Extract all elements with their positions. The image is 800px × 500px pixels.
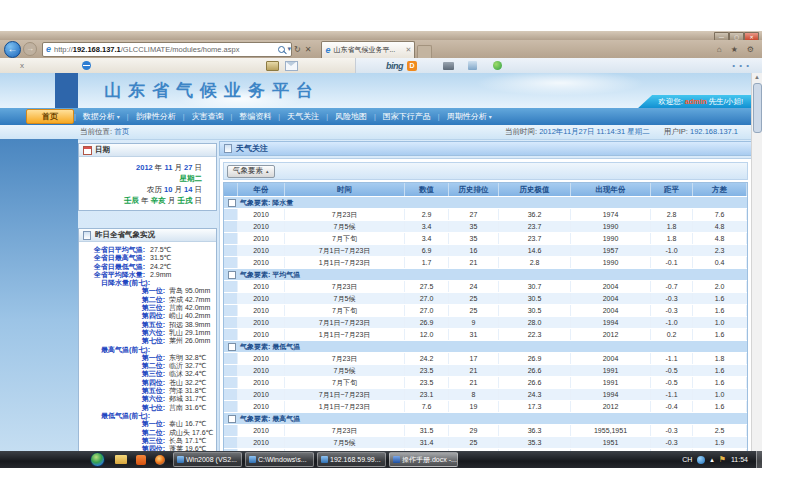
breadcrumb-row: 当前位置: 首页 当前时间: 2012年11月27日 11:14:31 星期二 … [0,125,752,140]
taskbar-window-button[interactable]: Win2008 (VS2... [173,452,242,467]
row-select-cell[interactable] [224,209,238,220]
browser-tab[interactable]: e 山东省气候业务平... ✕ [321,41,415,58]
nav-item-7[interactable]: 风险地图 [335,111,367,122]
blocked-icon[interactable] [82,61,91,70]
table-cell: 30.5 [499,305,571,316]
toolbar-app-icon[interactable]: D [407,61,417,71]
row-select-cell[interactable] [224,317,238,328]
row-select-cell[interactable] [224,365,238,376]
page-scrollbar[interactable]: ▲ [751,73,762,468]
table-cell: 1.8 [693,353,747,364]
row-select-cell[interactable] [224,401,238,412]
network-icon[interactable] [697,456,705,464]
row-select-cell[interactable] [224,389,238,400]
nav-item-2[interactable]: 数据分析▾ [83,111,120,122]
nav-item-6[interactable]: 天气关注 [287,111,319,122]
row-select-cell[interactable] [224,221,238,232]
search-dropdown-icon[interactable]: ▾ [287,45,291,53]
element-filter-button[interactable]: 气象要素 ▴ [227,165,275,178]
nav-item-9[interactable]: 周期性分析▾ [447,111,492,122]
back-button[interactable]: ← [4,41,21,58]
table-cell: 7月1日~7月23日 [285,317,405,328]
group-checkbox[interactable] [228,343,236,351]
tab-close-icon[interactable]: ✕ [406,46,412,54]
row-select-cell[interactable] [224,233,238,244]
window-titlebar[interactable] [0,31,762,40]
table-cell: 2.8 [651,209,693,220]
group-checkbox[interactable] [228,271,236,279]
row-select-cell[interactable] [224,425,238,436]
nav-item-4[interactable]: 灾害查询 [192,111,224,122]
toolbar-more-icon[interactable]: • • • [732,61,750,70]
group-checkbox[interactable] [228,199,236,207]
mail-icon[interactable] [285,61,298,71]
rank-label: 第七位: [79,337,165,345]
address-input[interactable]: e http://192.168.137.1/GLCCLIMATE/module… [42,42,292,57]
clock[interactable]: 11:54 [731,456,748,463]
search-icon[interactable] [278,46,285,53]
show-desktop-button[interactable] [756,451,762,468]
taskbar-window-button[interactable]: 操作手册.docx -... [389,452,458,467]
group-header-row[interactable]: 气象要素: 降水量 [224,196,747,208]
action-center-flag-icon[interactable]: ⚑ [719,455,726,464]
breadcrumb-current[interactable]: 首页 [114,127,129,136]
table-cell: 36.3 [499,425,571,436]
gear-icon[interactable]: ⚙ [747,45,754,54]
row-select-cell[interactable] [224,305,238,316]
tray-up-icon[interactable]: ▴ [710,456,714,464]
row-select-cell[interactable] [224,245,238,256]
nav-item-8[interactable]: 国家下行产品 [383,111,431,122]
nav-item-5[interactable]: 整编资料 [239,111,271,122]
row-select-cell[interactable] [224,437,238,448]
row-select-cell[interactable] [224,257,238,268]
toolbar-close-icon[interactable]: x [20,61,24,70]
pen-icon[interactable] [468,61,477,70]
nav-item-3[interactable]: 韵律性分析 [136,111,176,122]
table-cell: -1.1 [651,353,693,364]
table-cell: 2010 [238,281,285,292]
summary-rank-item: 第二位:荣成 42.7mm [79,296,216,304]
row-select-cell[interactable] [224,293,238,304]
scroll-up-icon[interactable]: ▲ [752,73,762,82]
table-cell: 1月1日~7月23日 [285,257,405,268]
rank-value: 东明 32.8℃ [169,354,206,362]
summary-rank-item: 第四位:崂山 40.2mm [79,312,216,320]
refresh-icon[interactable]: ↻ [294,45,301,54]
rank-value: 临沂 32.7℃ [169,362,206,370]
ime-indicator[interactable]: CH [682,456,692,463]
group-header-row[interactable]: 气象要素: 最低气温 [224,340,747,352]
bing-logo[interactable]: bing [386,61,403,71]
forward-button[interactable]: → [23,42,37,56]
home-icon[interactable]: ⌂ [717,45,722,54]
group-header-row[interactable]: 气象要素: 最高气温 [224,412,747,424]
taskbar-window-button[interactable]: 192.168.59.99... [317,452,386,467]
media-app-icon[interactable] [155,455,165,465]
row-select-cell[interactable] [224,281,238,292]
favorites-star-icon[interactable]: ★ [731,45,738,54]
row-select-cell[interactable] [224,329,238,340]
explorer-folder-icon[interactable] [115,455,127,464]
row-select-cell[interactable] [224,377,238,388]
row-select-cell[interactable] [224,353,238,364]
table-cell: 2010 [238,437,285,448]
table-cell: 1957 [571,245,651,256]
table-cell: 17.3 [499,401,571,412]
group-header-row[interactable]: 气象要素: 平均气温 [224,268,747,280]
new-tab-button[interactable] [417,45,432,58]
table-cell: 2010 [238,401,285,412]
summary-rank-item: 第六位:乳山 29.1mm [79,329,216,337]
group-checkbox[interactable] [228,415,236,423]
taskbar-window-button[interactable]: C:\Windows\s... [245,452,314,467]
start-button[interactable] [90,452,105,467]
browser-app-icon[interactable] [136,455,146,465]
scrollbar-thumb[interactable] [753,83,762,133]
card-icon[interactable] [266,61,279,71]
camera-icon[interactable] [443,62,454,70]
table-cell: 2.8 [499,257,571,268]
table-cell: -0.5 [651,377,693,388]
nav-item-1[interactable]: 首页 [26,109,74,124]
page-content: 日期 2012 年 11 月 27 日星期二农历 10 月 14 日壬辰 年 辛… [0,139,752,468]
window-title-text: C:\Windows\s... [258,456,307,463]
stop-icon[interactable]: ✕ [305,45,312,54]
globe-icon[interactable] [493,61,502,70]
